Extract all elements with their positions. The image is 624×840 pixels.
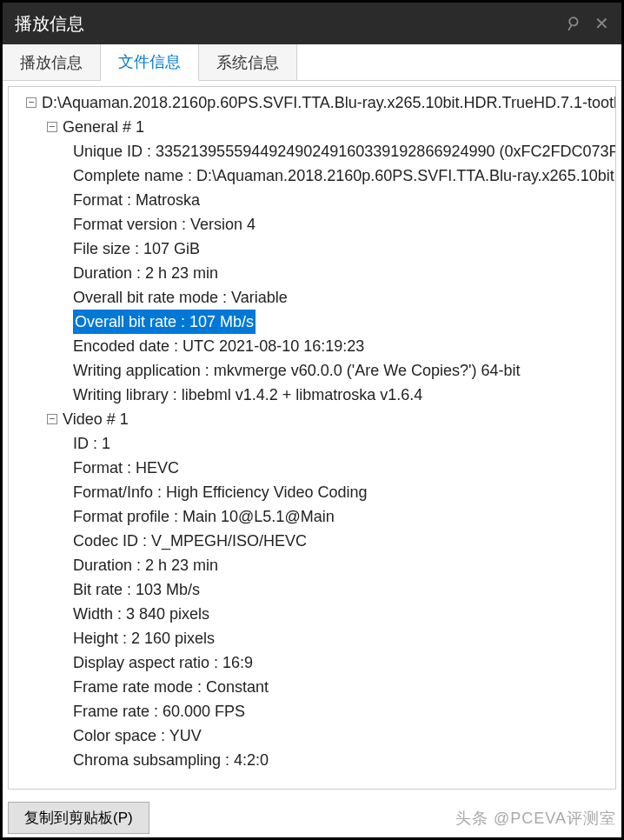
tab-label: 文件信息 bbox=[118, 51, 181, 72]
tree-section-node[interactable]: −Video # 1 bbox=[9, 407, 616, 431]
tree-item[interactable]: Duration : 2 h 23 min bbox=[9, 553, 616, 577]
tree-section-label: General # 1 bbox=[63, 115, 144, 139]
tree-item-text: Width : 3 840 pixels bbox=[73, 602, 209, 626]
tree-item-text: Duration : 2 h 23 min bbox=[73, 261, 218, 285]
copy-to-clipboard-button[interactable]: 复制到剪贴板(P) bbox=[8, 802, 149, 834]
tree-toggle-icon[interactable]: − bbox=[47, 122, 57, 132]
tree-item-text: Duration : 2 h 23 min bbox=[73, 553, 218, 577]
tree-item[interactable]: ID : 1 bbox=[9, 431, 616, 456]
tree-toggle-icon[interactable]: − bbox=[26, 97, 37, 108]
watermark-text: 头条 @PCEVA评测室 bbox=[455, 808, 616, 829]
tree-scroll-container[interactable]: −D:\Aquaman.2018.2160p.60PS.SVFI.TTA.Blu… bbox=[8, 86, 616, 790]
tree-item[interactable]: Format : Matroska bbox=[9, 188, 616, 212]
tree-item-text: Format : Matroska bbox=[73, 188, 200, 212]
tree-item[interactable]: Format profile : Main 10@L5.1@Main bbox=[9, 504, 616, 529]
titlebar-controls: ⚲ ✕ bbox=[566, 13, 609, 34]
tree-item[interactable]: Width : 3 840 pixels bbox=[9, 602, 616, 626]
tree-item[interactable]: Overall bit rate mode : Variable bbox=[9, 285, 616, 310]
tabbar: 播放信息 文件信息 系统信息 bbox=[3, 44, 621, 81]
tree-item[interactable]: Encoded date : UTC 2021-08-10 16:19:23 bbox=[9, 334, 616, 358]
tree-item-text: Unique ID : 3352139555944924902491603391… bbox=[73, 139, 616, 163]
tree-item[interactable]: Format version : Version 4 bbox=[9, 212, 616, 237]
tree-item[interactable]: Display aspect ratio : 16:9 bbox=[9, 650, 616, 675]
tree-item-text: Overall bit rate mode : Variable bbox=[73, 285, 288, 310]
content-wrapper: −D:\Aquaman.2018.2160p.60PS.SVFI.TTA.Blu… bbox=[3, 81, 621, 795]
info-tree: −D:\Aquaman.2018.2160p.60PS.SVFI.TTA.Blu… bbox=[9, 87, 616, 776]
window-frame: 播放信息 ⚲ ✕ 播放信息 文件信息 系统信息 −D:\Aquaman.2018… bbox=[2, 2, 622, 838]
tree-item-text: Frame rate : 60.000 FPS bbox=[73, 699, 245, 723]
tree-section-label: Video # 1 bbox=[63, 407, 129, 431]
tree-item-text: ID : 1 bbox=[73, 431, 110, 456]
tree-section-node[interactable]: −General # 1 bbox=[9, 115, 616, 139]
tree-item-text: Display aspect ratio : 16:9 bbox=[73, 650, 253, 675]
tree-item[interactable]: Duration : 2 h 23 min bbox=[9, 261, 616, 285]
tree-root-node[interactable]: −D:\Aquaman.2018.2160p.60PS.SVFI.TTA.Blu… bbox=[9, 90, 616, 115]
tree-item-text: Height : 2 160 pixels bbox=[73, 626, 215, 650]
tree-item-text: Bit rate : 103 Mb/s bbox=[73, 577, 200, 602]
tree-item[interactable]: Color space : YUV bbox=[9, 723, 616, 748]
tree-item-text: Writing library : libebml v1.4.2 + libma… bbox=[73, 383, 422, 407]
tree-item[interactable]: Unique ID : 3352139555944924902491603391… bbox=[9, 139, 616, 163]
tree-item[interactable]: Complete name : D:\Aquaman.2018.2160p.60… bbox=[9, 163, 616, 188]
tree-item-text-selected: Overall bit rate : 107 Mb/s bbox=[73, 310, 256, 334]
tree-item-text: Codec ID : V_MPEGH/ISO/HEVC bbox=[73, 529, 307, 553]
tree-item-text: Writing application : mkvmerge v60.0.0 (… bbox=[73, 358, 520, 383]
tree-item-text: Complete name : D:\Aquaman.2018.2160p.60… bbox=[73, 163, 616, 188]
tab-playback-info[interactable]: 播放信息 bbox=[3, 44, 101, 80]
tree-item-text: Format/Info : High Efficiency Video Codi… bbox=[73, 480, 368, 504]
tab-label: 播放信息 bbox=[20, 52, 83, 73]
tree-item[interactable]: Height : 2 160 pixels bbox=[9, 626, 616, 650]
close-icon[interactable]: ✕ bbox=[594, 13, 609, 34]
tab-label: 系统信息 bbox=[216, 52, 279, 73]
tree-item-text: Encoded date : UTC 2021-08-10 16:19:23 bbox=[73, 334, 364, 358]
tree-item[interactable]: Chroma subsampling : 4:2:0 bbox=[9, 748, 616, 772]
window-title: 播放信息 bbox=[15, 12, 84, 36]
titlebar: 播放信息 ⚲ ✕ bbox=[3, 3, 621, 44]
tab-file-info[interactable]: 文件信息 bbox=[101, 44, 199, 81]
tree-item-text: Color space : YUV bbox=[73, 723, 202, 748]
tree-item[interactable]: Frame rate mode : Constant bbox=[9, 675, 616, 699]
tree-item[interactable]: Writing library : libebml v1.4.2 + libma… bbox=[9, 383, 616, 407]
tree-item[interactable]: Format/Info : High Efficiency Video Codi… bbox=[9, 480, 616, 504]
tree-item-text: Frame rate mode : Constant bbox=[73, 675, 269, 699]
tab-system-info[interactable]: 系统信息 bbox=[199, 44, 297, 80]
tree-item[interactable]: Format : HEVC bbox=[9, 456, 616, 480]
tree-item-text: Format profile : Main 10@L5.1@Main bbox=[73, 504, 335, 529]
tree-toggle-icon[interactable]: − bbox=[47, 414, 57, 424]
tree-item[interactable]: Bit rate : 103 Mb/s bbox=[9, 577, 616, 602]
tree-item[interactable]: Codec ID : V_MPEGH/ISO/HEVC bbox=[9, 529, 616, 553]
tree-item-text: File size : 107 GiB bbox=[73, 237, 200, 261]
tree-item[interactable]: Overall bit rate : 107 Mb/s bbox=[9, 310, 616, 334]
bottom-bar: 复制到剪贴板(P) 头条 @PCEVA评测室 bbox=[3, 795, 621, 837]
tree-item[interactable]: File size : 107 GiB bbox=[9, 237, 616, 261]
tree-root-label: D:\Aquaman.2018.2160p.60PS.SVFI.TTA.Blu-… bbox=[42, 90, 616, 115]
pin-icon[interactable]: ⚲ bbox=[561, 11, 583, 36]
tree-item-text: Format : HEVC bbox=[73, 456, 179, 480]
tree-item-text: Format version : Version 4 bbox=[73, 212, 256, 237]
tree-item[interactable]: Writing application : mkvmerge v60.0.0 (… bbox=[9, 358, 616, 383]
tree-item[interactable]: Frame rate : 60.000 FPS bbox=[9, 699, 616, 723]
tree-item-text: Chroma subsampling : 4:2:0 bbox=[73, 748, 269, 772]
